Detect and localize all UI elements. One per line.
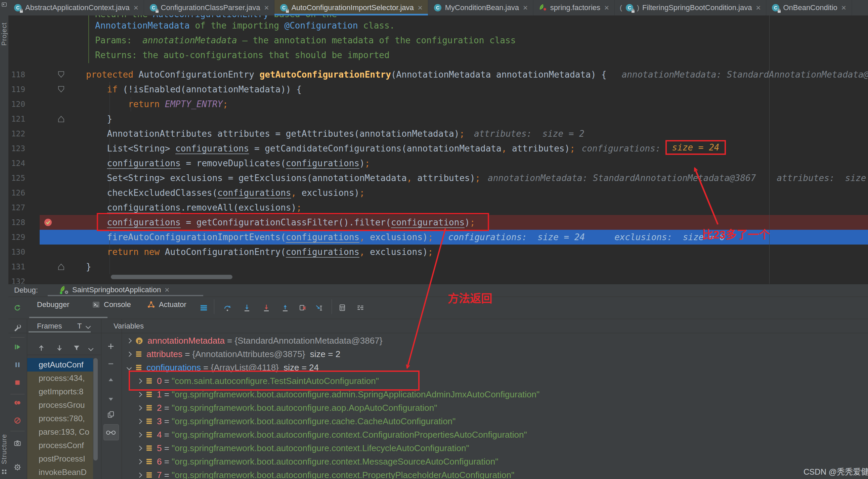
- frame-down-icon[interactable]: [55, 344, 63, 352]
- view-breakpoints-button[interactable]: [13, 399, 22, 407]
- fold-marker-icon[interactable]: [58, 263, 64, 270]
- variable-row-7[interactable]: 7 = "org.springframework.boot.autoconfig…: [124, 468, 867, 479]
- editor-tab-2[interactable]: CAutoConfigurationImportSelector.java✕: [274, 0, 428, 15]
- sidebar-item-structure[interactable]: Structure: [0, 414, 8, 464]
- drop-frame-button[interactable]: [299, 304, 307, 312]
- tab-debugger[interactable]: Debugger: [37, 300, 69, 309]
- fold-marker-icon[interactable]: [58, 115, 64, 123]
- close-icon[interactable]: ✕: [604, 4, 609, 12]
- frame-item-1[interactable]: process:434,: [27, 372, 93, 385]
- tab-console[interactable]: Console: [92, 300, 131, 309]
- sidebar-item-project[interactable]: Project: [0, 9, 8, 46]
- run-to-cursor-button[interactable]: [315, 304, 323, 312]
- chevron-right-icon[interactable]: [137, 405, 143, 411]
- variable-row-5[interactable]: 5 = "org.springframework.boot.autoconfig…: [124, 441, 867, 455]
- variable-row-annotationMetadata[interactable]: pannotationMetadata = {StandardAnnotatio…: [124, 334, 867, 347]
- code-line-126[interactable]: 126checkExcludedClasses(configurations, …: [8, 185, 868, 200]
- chevron-right-icon[interactable]: [137, 459, 143, 464]
- variable-row-2[interactable]: 2 = "org.springframework.boot.autoconfig…: [124, 401, 867, 415]
- editor-tab-5[interactable]: (C)FilteringSpringBootCondition.java✕: [615, 0, 766, 15]
- step-out-button[interactable]: [281, 304, 289, 312]
- code-line-131[interactable]: 131}: [8, 259, 868, 274]
- snapshot-camera-icon[interactable]: [13, 439, 22, 447]
- close-icon[interactable]: ✕: [133, 4, 139, 12]
- frame-item-2[interactable]: getImports:8: [27, 385, 93, 398]
- frame-item-6[interactable]: processConf: [27, 439, 93, 452]
- frames-header[interactable]: Frames: [37, 322, 62, 330]
- code-line-124[interactable]: 124configurations = removeDuplicates(con…: [8, 156, 868, 171]
- tab-actuator[interactable]: Actuator: [147, 300, 186, 309]
- chevron-right-icon[interactable]: [127, 338, 132, 343]
- threads-view-icon[interactable]: [200, 304, 208, 312]
- breakpoint-icon[interactable]: [44, 218, 53, 227]
- chevron-right-icon[interactable]: [137, 419, 143, 424]
- frame-item-3[interactable]: processGrou: [27, 398, 93, 412]
- code-line-120[interactable]: 120return EMPTY_ENTRY;: [8, 97, 868, 111]
- close-icon[interactable]: ✕: [841, 4, 846, 12]
- editor-tab-3[interactable]: CMyConditionBean.java✕: [428, 0, 533, 15]
- variable-row-4[interactable]: 4 = "org.springframework.boot.autoconfig…: [124, 428, 867, 441]
- resume-button[interactable]: [13, 343, 22, 351]
- frame-item-4[interactable]: process:780,: [27, 412, 93, 425]
- frame-up-icon[interactable]: [37, 344, 45, 352]
- close-icon[interactable]: ✕: [164, 286, 169, 294]
- close-icon[interactable]: ✕: [264, 4, 269, 12]
- close-icon[interactable]: ✕: [523, 4, 528, 12]
- step-into-button[interactable]: [243, 304, 251, 312]
- frame-item-5[interactable]: parse:193, Co: [27, 425, 93, 439]
- editor-tab-0[interactable]: CAbstractApplicationContext.java✕: [8, 0, 144, 15]
- frame-item-0[interactable]: getAutoConf: [27, 358, 93, 372]
- fold-marker-icon[interactable]: [58, 86, 64, 93]
- chevron-right-icon[interactable]: [137, 432, 143, 437]
- variable-row-6[interactable]: 6 = "org.springframework.boot.autoconfig…: [124, 455, 867, 468]
- editor-tab-6[interactable]: COnBeanConditio✕: [766, 0, 851, 15]
- chevron-down-icon[interactable]: [86, 324, 91, 329]
- chevron-right-icon[interactable]: [137, 472, 143, 478]
- close-icon[interactable]: ✕: [755, 4, 761, 12]
- move-watch-up-button[interactable]: [107, 376, 115, 384]
- frames-scrollbar[interactable]: [93, 358, 98, 460]
- fold-marker-icon[interactable]: [58, 71, 64, 78]
- code-line-122[interactable]: 122AnnotationAttributes attributes = get…: [8, 126, 868, 141]
- remove-watch-button[interactable]: [107, 360, 115, 368]
- move-watch-down-button[interactable]: [107, 395, 115, 403]
- editor-tab-4[interactable]: spring.factories✕: [533, 0, 615, 15]
- step-over-button[interactable]: [223, 304, 231, 312]
- layout-settings-icon[interactable]: [356, 304, 365, 312]
- code-editor[interactable]: Return the AutoConfigurationEntry based …: [8, 15, 868, 284]
- settings-wrench-icon[interactable]: [13, 324, 22, 332]
- code-line-130[interactable]: 130return new AutoConfigurationEntry(con…: [8, 245, 868, 259]
- duplicate-watch-button[interactable]: [107, 411, 115, 419]
- frame-item-8[interactable]: invokeBeanD: [27, 466, 93, 479]
- editor-tab-1[interactable]: CConfigurationClassParser.java✕: [144, 0, 275, 15]
- code-line-123[interactable]: 123List<String> configurations = getCand…: [8, 141, 868, 156]
- pause-button[interactable]: [13, 361, 22, 369]
- chevron-down-icon[interactable]: [127, 365, 132, 370]
- variable-row-attributes[interactable]: attributes = {AnnotationAttributes@3875}…: [124, 347, 867, 361]
- run-config-tab[interactable]: SaintSpringbootApplication ✕: [59, 285, 169, 295]
- filter-funnel-icon[interactable]: [72, 344, 81, 352]
- chevron-down-icon[interactable]: [88, 346, 94, 351]
- project-icon[interactable]: [1, 2, 7, 7]
- chevron-right-icon[interactable]: [137, 392, 143, 397]
- new-watch-button[interactable]: [107, 342, 115, 350]
- evaluate-expression-button[interactable]: [338, 304, 346, 312]
- code-line-119[interactable]: 119if (!isEnabled(annotationMetadata)) {: [8, 82, 868, 97]
- variable-row-3[interactable]: 3 = "org.springframework.boot.autoconfig…: [124, 415, 867, 428]
- code-line-118[interactable]: 118protected AutoConfigurationEntry getA…: [8, 67, 868, 82]
- code-line-125[interactable]: 125Set<String> exclusions = getExclusion…: [8, 171, 868, 185]
- thread-filter[interactable]: T: [77, 322, 82, 330]
- chevron-right-icon[interactable]: [127, 351, 132, 357]
- structure-icon[interactable]: [1, 469, 7, 475]
- stop-button[interactable]: [13, 379, 22, 387]
- force-step-into-button[interactable]: [262, 304, 271, 312]
- mute-breakpoints-button[interactable]: [13, 417, 22, 424]
- frame-item-7[interactable]: postProcessI: [27, 452, 93, 466]
- rerun-button[interactable]: [13, 304, 22, 312]
- code-line-121[interactable]: 121}: [8, 111, 868, 126]
- close-icon[interactable]: ✕: [417, 4, 423, 12]
- show-watches-toggle[interactable]: [103, 424, 119, 440]
- editor-horizontal-scrollbar[interactable]: [111, 275, 232, 279]
- debug-settings-gear-icon[interactable]: [13, 463, 22, 471]
- chevron-right-icon[interactable]: [137, 445, 143, 451]
